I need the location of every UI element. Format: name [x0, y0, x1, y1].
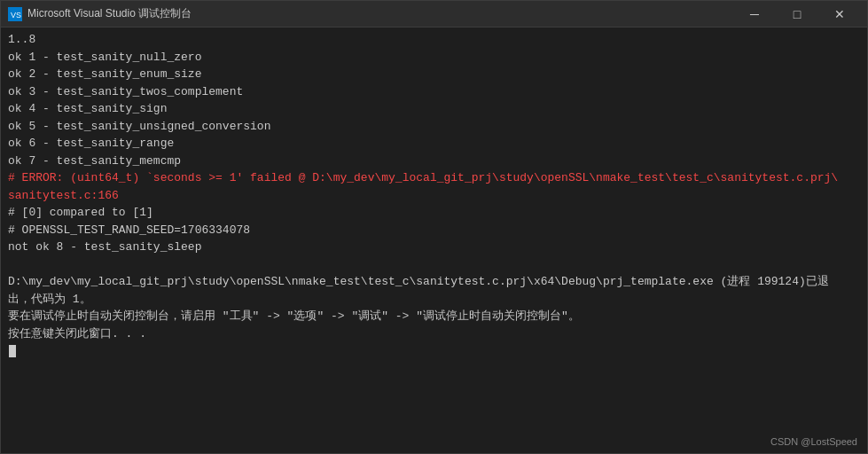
- console-line-7: ok 6 - test_sanity_range: [8, 135, 860, 153]
- window-title: Microsoft Visual Studio 调试控制台: [27, 6, 734, 21]
- console-line-1: 1..8: [8, 31, 860, 49]
- console-line-2: ok 1 - test_sanity_null_zero: [8, 49, 860, 67]
- console-line-17: 要在调试停止时自动关闭控制台，请启用 "工具" -> "选项" -> "调试" …: [8, 308, 860, 325]
- title-bar: VS Microsoft Visual Studio 调试控制台 ─ □ ✕: [1, 1, 867, 27]
- console-line-6: ok 5 - test_sanity_unsigned_conversion: [8, 118, 860, 136]
- console-line-14: [8, 256, 860, 274]
- console-line-11: # [0] compared to [1]: [8, 204, 860, 222]
- console-line-3: ok 2 - test_sanity_enum_size: [8, 66, 860, 83]
- cursor: [9, 345, 16, 357]
- console-line-15: D:\my_dev\my_local_git_prj\study\openSSL…: [8, 273, 860, 291]
- console-line-5: ok 4 - test_sanity_sign: [8, 100, 860, 118]
- minimize-button[interactable]: ─: [734, 1, 775, 27]
- window-controls: ─ □ ✕: [734, 1, 860, 27]
- console-line-12: # OPENSSL_TEST_RAND_SEED=1706334078: [8, 222, 860, 239]
- maximize-button[interactable]: □: [777, 1, 817, 27]
- console-line-9: # ERROR: (uint64_t) `seconds >= 1' faile…: [8, 169, 860, 187]
- console-cursor-line: [8, 342, 860, 360]
- console-line-8: ok 7 - test_sanity_memcmp: [8, 153, 860, 170]
- close-button[interactable]: ✕: [819, 1, 860, 27]
- console-output: 1..8 ok 1 - test_sanity_null_zero ok 2 -…: [1, 27, 867, 453]
- console-line-13: not ok 8 - test_sanity_sleep: [8, 239, 860, 256]
- console-line-10: sanitytest.c:166: [8, 187, 860, 205]
- console-line-4: ok 3 - test_sanity_twos_complement: [8, 83, 860, 101]
- app-icon: VS: [8, 7, 22, 21]
- vs-debug-console-window: VS Microsoft Visual Studio 调试控制台 ─ □ ✕ 1…: [0, 0, 868, 454]
- console-line-18: 按任意键关闭此窗口. . .: [8, 325, 860, 343]
- console-line-16: 出，代码为 1。: [8, 291, 860, 309]
- svg-text:VS: VS: [11, 11, 21, 20]
